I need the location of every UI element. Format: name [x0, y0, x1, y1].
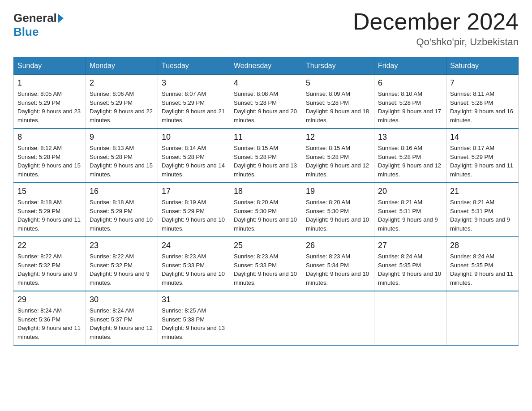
weekday-header-tuesday: Tuesday [158, 57, 230, 75]
day-number: 6 [378, 78, 442, 88]
calendar-week-row: 29Sunrise: 8:24 AMSunset: 5:36 PMDayligh… [14, 291, 519, 345]
day-info: Sunrise: 8:19 AMSunset: 5:29 PMDaylight:… [162, 198, 226, 233]
calendar-day-cell: 7Sunrise: 8:11 AMSunset: 5:28 PMDaylight… [446, 75, 519, 129]
day-number: 13 [378, 133, 442, 142]
calendar-day-cell: 10Sunrise: 8:14 AMSunset: 5:28 PMDayligh… [158, 128, 230, 183]
calendar-day-cell: 2Sunrise: 8:06 AMSunset: 5:29 PMDaylight… [86, 75, 158, 129]
logo-general-text: General [13, 11, 57, 25]
day-number: 27 [378, 241, 442, 250]
day-number: 1 [17, 78, 82, 88]
calendar-day-cell: 21Sunrise: 8:21 AMSunset: 5:31 PMDayligh… [446, 183, 519, 237]
day-number: 29 [17, 295, 82, 304]
day-info: Sunrise: 8:24 AMSunset: 5:37 PMDaylight:… [90, 306, 154, 341]
title-section: December 2024 Qo'shko'pir, Uzbekistan [353, 9, 519, 48]
calendar-day-cell: 9Sunrise: 8:13 AMSunset: 5:28 PMDaylight… [86, 128, 158, 183]
calendar-day-cell: 29Sunrise: 8:24 AMSunset: 5:36 PMDayligh… [14, 291, 86, 345]
day-info: Sunrise: 8:23 AMSunset: 5:33 PMDaylight:… [234, 252, 298, 287]
day-info: Sunrise: 8:22 AMSunset: 5:32 PMDaylight:… [90, 252, 154, 287]
calendar-day-cell [302, 291, 374, 345]
day-number: 31 [162, 295, 226, 304]
calendar-day-cell: 8Sunrise: 8:12 AMSunset: 5:28 PMDaylight… [14, 128, 86, 183]
calendar-day-cell: 15Sunrise: 8:18 AMSunset: 5:29 PMDayligh… [14, 183, 86, 237]
weekday-header-saturday: Saturday [446, 57, 519, 75]
calendar-table: SundayMondayTuesdayWednesdayThursdayFrid… [13, 57, 519, 346]
logo: General Blue [13, 9, 65, 39]
calendar-day-cell: 26Sunrise: 8:23 AMSunset: 5:34 PMDayligh… [302, 237, 374, 291]
logo-blue-text: Blue [13, 25, 39, 39]
day-info: Sunrise: 8:18 AMSunset: 5:29 PMDaylight:… [90, 198, 154, 233]
day-info: Sunrise: 8:24 AMSunset: 5:36 PMDaylight:… [17, 306, 82, 341]
calendar-day-cell: 1Sunrise: 8:05 AMSunset: 5:29 PMDaylight… [14, 75, 86, 129]
day-number: 14 [450, 133, 515, 142]
day-info: Sunrise: 8:23 AMSunset: 5:34 PMDaylight:… [306, 252, 370, 287]
calendar-header: SundayMondayTuesdayWednesdayThursdayFrid… [14, 57, 519, 75]
day-number: 23 [90, 241, 154, 250]
day-number: 26 [306, 241, 370, 250]
day-number: 4 [234, 78, 298, 88]
day-number: 10 [162, 133, 226, 142]
day-info: Sunrise: 8:21 AMSunset: 5:31 PMDaylight:… [450, 198, 515, 233]
day-number: 22 [17, 241, 82, 250]
weekday-header-wednesday: Wednesday [230, 57, 302, 75]
calendar-day-cell: 19Sunrise: 8:20 AMSunset: 5:30 PMDayligh… [302, 183, 374, 237]
weekday-header-friday: Friday [374, 57, 446, 75]
day-number: 15 [17, 187, 82, 196]
calendar-week-row: 15Sunrise: 8:18 AMSunset: 5:29 PMDayligh… [14, 183, 519, 237]
day-number: 8 [17, 133, 82, 142]
day-info: Sunrise: 8:13 AMSunset: 5:28 PMDaylight:… [90, 144, 154, 179]
day-number: 2 [90, 78, 154, 88]
calendar-day-cell: 5Sunrise: 8:09 AMSunset: 5:28 PMDaylight… [302, 75, 374, 129]
day-info: Sunrise: 8:22 AMSunset: 5:32 PMDaylight:… [17, 252, 82, 287]
day-info: Sunrise: 8:11 AMSunset: 5:28 PMDaylight:… [450, 90, 515, 124]
day-info: Sunrise: 8:08 AMSunset: 5:28 PMDaylight:… [234, 90, 298, 124]
logo-triangle-icon [58, 14, 64, 23]
day-info: Sunrise: 8:25 AMSunset: 5:38 PMDaylight:… [162, 306, 226, 341]
weekday-header-sunday: Sunday [14, 57, 86, 75]
day-info: Sunrise: 8:12 AMSunset: 5:28 PMDaylight:… [17, 144, 82, 179]
day-info: Sunrise: 8:10 AMSunset: 5:28 PMDaylight:… [378, 90, 442, 124]
calendar-week-row: 22Sunrise: 8:22 AMSunset: 5:32 PMDayligh… [14, 237, 519, 291]
calendar-day-cell: 18Sunrise: 8:20 AMSunset: 5:30 PMDayligh… [230, 183, 302, 237]
day-number: 9 [90, 133, 154, 142]
calendar-day-cell: 31Sunrise: 8:25 AMSunset: 5:38 PMDayligh… [158, 291, 230, 345]
day-number: 7 [450, 78, 515, 88]
calendar-day-cell: 17Sunrise: 8:19 AMSunset: 5:29 PMDayligh… [158, 183, 230, 237]
day-number: 17 [162, 187, 226, 196]
calendar-day-cell: 16Sunrise: 8:18 AMSunset: 5:29 PMDayligh… [86, 183, 158, 237]
calendar-day-cell [446, 291, 519, 345]
day-number: 19 [306, 187, 370, 196]
day-number: 11 [234, 133, 298, 142]
weekday-header-thursday: Thursday [302, 57, 374, 75]
calendar-day-cell: 30Sunrise: 8:24 AMSunset: 5:37 PMDayligh… [86, 291, 158, 345]
calendar-day-cell: 28Sunrise: 8:24 AMSunset: 5:35 PMDayligh… [446, 237, 519, 291]
calendar-day-cell: 11Sunrise: 8:15 AMSunset: 5:28 PMDayligh… [230, 128, 302, 183]
calendar-day-cell: 23Sunrise: 8:22 AMSunset: 5:32 PMDayligh… [86, 237, 158, 291]
month-title: December 2024 [353, 9, 519, 34]
weekday-header-row: SundayMondayTuesdayWednesdayThursdayFrid… [14, 57, 519, 75]
day-info: Sunrise: 8:15 AMSunset: 5:28 PMDaylight:… [234, 144, 298, 179]
calendar-day-cell: 6Sunrise: 8:10 AMSunset: 5:28 PMDaylight… [374, 75, 446, 129]
day-info: Sunrise: 8:24 AMSunset: 5:35 PMDaylight:… [378, 252, 442, 287]
day-info: Sunrise: 8:05 AMSunset: 5:29 PMDaylight:… [17, 90, 82, 124]
calendar-day-cell: 24Sunrise: 8:23 AMSunset: 5:33 PMDayligh… [158, 237, 230, 291]
calendar-day-cell: 4Sunrise: 8:08 AMSunset: 5:28 PMDaylight… [230, 75, 302, 129]
calendar-day-cell: 13Sunrise: 8:16 AMSunset: 5:28 PMDayligh… [374, 128, 446, 183]
day-number: 3 [162, 78, 226, 88]
day-info: Sunrise: 8:17 AMSunset: 5:29 PMDaylight:… [450, 144, 515, 179]
day-info: Sunrise: 8:09 AMSunset: 5:28 PMDaylight:… [306, 90, 370, 124]
day-number: 12 [306, 133, 370, 142]
calendar-day-cell: 14Sunrise: 8:17 AMSunset: 5:29 PMDayligh… [446, 128, 519, 183]
day-number: 24 [162, 241, 226, 250]
calendar-week-row: 1Sunrise: 8:05 AMSunset: 5:29 PMDaylight… [14, 75, 519, 129]
day-number: 21 [450, 187, 515, 196]
day-info: Sunrise: 8:18 AMSunset: 5:29 PMDaylight:… [17, 198, 82, 233]
calendar-day-cell [230, 291, 302, 345]
calendar-body: 1Sunrise: 8:05 AMSunset: 5:29 PMDaylight… [14, 75, 519, 346]
day-number: 25 [234, 241, 298, 250]
day-number: 5 [306, 78, 370, 88]
day-info: Sunrise: 8:15 AMSunset: 5:28 PMDaylight:… [306, 144, 370, 179]
weekday-header-monday: Monday [86, 57, 158, 75]
day-number: 18 [234, 187, 298, 196]
calendar-day-cell: 27Sunrise: 8:24 AMSunset: 5:35 PMDayligh… [374, 237, 446, 291]
day-info: Sunrise: 8:20 AMSunset: 5:30 PMDaylight:… [234, 198, 298, 233]
